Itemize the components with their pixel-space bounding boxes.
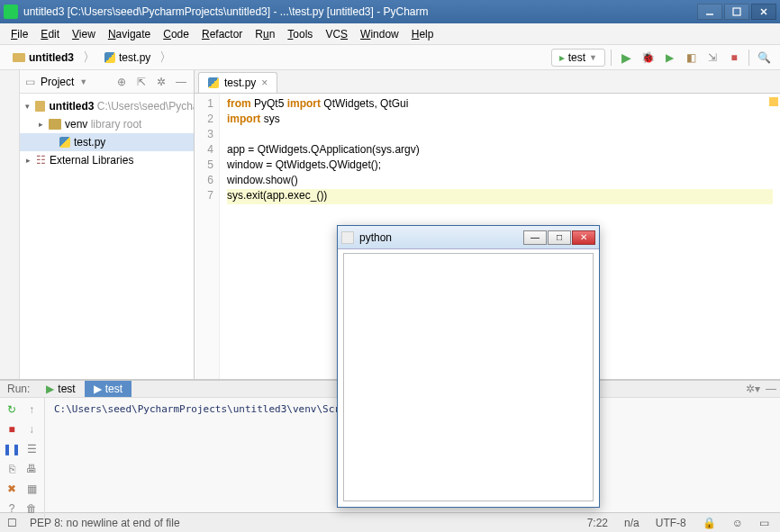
down-button[interactable]: ↓: [23, 421, 40, 437]
project-tree: ▾ untitled3 C:\Users\seed\PycharmP ▸ ven…: [20, 94, 194, 173]
file-encoding[interactable]: UTF-8: [652, 517, 690, 529]
status-message: PEP 8: no newline at end of file: [26, 517, 184, 529]
popup-titlebar[interactable]: python — □ ✕: [338, 226, 599, 249]
tree-venv[interactable]: ▸ venv library root: [20, 115, 194, 133]
breadcrumb-file[interactable]: test.py: [99, 50, 156, 66]
close-tab-button[interactable]: ×: [261, 77, 268, 89]
popup-app-icon: [341, 231, 354, 244]
project-sidebar: ▭ Project ▼ ⊕ ⇱ ✲ — ▾ untitled3 C:\Users…: [20, 70, 195, 379]
profile-button[interactable]: ◧: [682, 49, 700, 67]
up-button[interactable]: ↑: [23, 401, 40, 418]
run-gutter: ↻ ↑ ■ ↓ ❚❚ ☰ ⎘ 🖶 ✖ ▦ ? 🗑: [0, 398, 45, 520]
tab-label: test.py: [224, 77, 256, 89]
run-config-label: test: [568, 51, 585, 64]
menu-run[interactable]: Run: [249, 26, 280, 42]
stop-button[interactable]: ■: [4, 421, 20, 437]
folder-icon: [49, 119, 61, 130]
menubar: File Edit View Navigate Code Refactor Ru…: [0, 23, 780, 45]
popup-minimize-button[interactable]: —: [523, 230, 547, 245]
readonly-icon[interactable]: 🔒: [699, 517, 720, 529]
stop-button[interactable]: ■: [725, 49, 743, 67]
run-config-selector[interactable]: ▸ test ▼: [551, 49, 605, 67]
dump-button[interactable]: ✖: [4, 481, 20, 497]
line-separator[interactable]: n/a: [621, 517, 643, 529]
editor-tab-testpy[interactable]: test.py ×: [198, 72, 277, 93]
sidebar-title: Project: [41, 76, 74, 88]
popup-maximize-button[interactable]: □: [548, 230, 571, 245]
run-tab-1[interactable]: ▶test: [37, 381, 84, 397]
search-everywhere-button[interactable]: 🔍: [755, 49, 773, 67]
run-panel-label: Run:: [0, 383, 37, 395]
popup-close-button[interactable]: ✕: [572, 230, 595, 245]
breadcrumb: untitled3 〉 test.py 〉: [7, 50, 551, 66]
python-icon: [104, 52, 115, 63]
tree-external-libraries[interactable]: ▸ ☷ External Libraries: [20, 151, 194, 169]
hide-button[interactable]: —: [174, 75, 188, 89]
editor-marker: [769, 97, 778, 106]
caret-position[interactable]: 7:22: [584, 517, 612, 529]
popup-client-area[interactable]: [343, 253, 594, 501]
menu-navigate[interactable]: Navigate: [103, 26, 156, 42]
close-button[interactable]: [751, 4, 776, 20]
inspections-icon[interactable]: ☺: [729, 517, 747, 529]
tree-file-testpy[interactable]: test.py: [20, 133, 194, 151]
run-tab-2[interactable]: ▶test: [85, 381, 132, 397]
popup-title: python: [359, 231, 518, 244]
python-icon: [208, 77, 219, 88]
menu-refactor[interactable]: Refactor: [196, 26, 248, 42]
menu-help[interactable]: Help: [406, 26, 440, 42]
folder-icon: [13, 53, 25, 62]
print-button[interactable]: 🖶: [23, 461, 40, 477]
attach-button[interactable]: ⇲: [703, 49, 721, 67]
menu-window[interactable]: Window: [355, 26, 404, 42]
breadcrumb-project-label: untitled3: [29, 51, 74, 64]
navigation-bar: untitled3 〉 test.py 〉 ▸ test ▼ ▶ 🐞 ▶ ◧ ⇲…: [0, 45, 780, 70]
settings-button[interactable]: ✲: [154, 75, 168, 89]
python-icon: [59, 137, 70, 148]
breadcrumb-file-label: test.py: [119, 51, 150, 64]
breadcrumb-project[interactable]: untitled3: [7, 50, 79, 66]
left-gutter[interactable]: [0, 70, 20, 379]
menu-edit[interactable]: Edit: [35, 26, 65, 42]
titlebar: untitled3 [C:\Users\seed\PycharmProjects…: [0, 0, 780, 23]
rerun-button[interactable]: ↻: [4, 401, 20, 418]
run-settings-button[interactable]: ✲▾: [744, 383, 762, 395]
minimize-button[interactable]: [697, 4, 722, 20]
qt-popup-window[interactable]: python — □ ✕: [337, 225, 600, 508]
svg-rect-1: [733, 8, 740, 15]
filter-button[interactable]: ☰: [23, 441, 40, 457]
clear-button[interactable]: ▦: [23, 481, 40, 497]
sidebar-header: ▭ Project ▼ ⊕ ⇱ ✲ —: [20, 70, 194, 94]
maximize-button[interactable]: [724, 4, 749, 20]
run-button[interactable]: ▶: [617, 49, 635, 67]
app-icon: [4, 5, 18, 19]
breadcrumb-separator: 〉: [83, 50, 95, 66]
menu-code[interactable]: Code: [158, 26, 195, 42]
folder-icon: [35, 101, 46, 112]
memory-icon[interactable]: ▭: [756, 517, 773, 529]
exit-button[interactable]: ⎘: [4, 461, 20, 477]
locate-button[interactable]: ⊕: [114, 75, 129, 89]
window-title: untitled3 [C:\Users\seed\PycharmProjects…: [23, 5, 697, 18]
menu-file[interactable]: File: [5, 26, 33, 42]
menu-tools[interactable]: Tools: [282, 26, 318, 42]
menu-vcs[interactable]: VCS: [320, 26, 353, 42]
status-icon: ☐: [7, 517, 17, 529]
tree-root[interactable]: ▾ untitled3 C:\Users\seed\PycharmP: [20, 97, 194, 115]
breadcrumb-separator: 〉: [159, 50, 172, 66]
pause-button[interactable]: ❚❚: [4, 441, 20, 457]
run-hide-button[interactable]: —: [762, 383, 780, 395]
editor-tabs: test.py ×: [195, 70, 780, 94]
menu-view[interactable]: View: [67, 26, 101, 42]
debug-button[interactable]: 🐞: [639, 49, 657, 67]
coverage-button[interactable]: ▶: [660, 49, 678, 67]
trash-button[interactable]: 🗑: [23, 500, 40, 517]
help-button[interactable]: ?: [4, 500, 20, 517]
collapse-button[interactable]: ⇱: [134, 75, 149, 89]
gutter-line-numbers: 1234567: [195, 94, 220, 379]
